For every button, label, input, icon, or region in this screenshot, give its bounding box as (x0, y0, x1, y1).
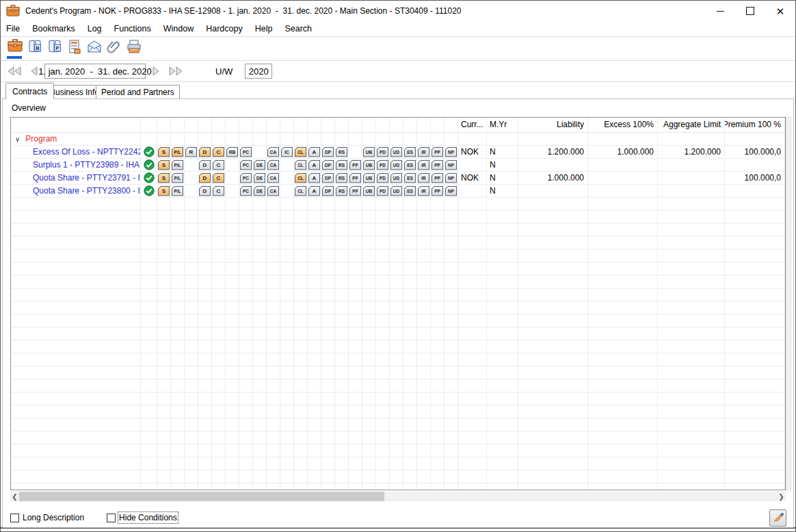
condition-badge-ca[interactable]: CA (267, 147, 279, 157)
condition-cell-de[interactable]: DE (253, 172, 267, 184)
condition-cell-ub[interactable]: UB (362, 185, 376, 197)
condition-badge-ic[interactable]: IC (281, 147, 293, 157)
scroll-right-arrow[interactable]: ❯ (777, 492, 786, 501)
condition-cell-ir[interactable]: IR (417, 172, 431, 184)
contract-row[interactable]: Surplus 1 - PTTY23989 - IHA SE-SP/LDCPCD… (11, 159, 785, 172)
condition-cell-d[interactable]: D (198, 172, 212, 184)
menu-file[interactable]: File (1, 24, 26, 34)
condition-cell-ud[interactable]: UD (390, 172, 403, 184)
contract-row[interactable]: Excess Of Loss - NPTTY22428ASP/LRDCRBPCC… (11, 146, 785, 159)
condition-badge-pl[interactable]: P/L (172, 173, 183, 183)
condition-cell-pp[interactable]: PP (431, 146, 445, 158)
condition-badge-c[interactable]: C (213, 160, 224, 170)
condition-cell-np[interactable]: NP (445, 172, 458, 184)
condition-cell-pp[interactable]: PP (431, 185, 445, 197)
menu-bookmarks[interactable]: Bookmarks (26, 24, 81, 34)
tab-period-and-partners[interactable]: Period and Partners (96, 85, 180, 98)
condition-cell-cl[interactable]: CL (294, 159, 308, 171)
condition-cell-rb[interactable] (226, 172, 239, 184)
condition-badge-pp[interactable]: PP (432, 173, 443, 183)
condition-cell-pf[interactable] (349, 146, 362, 158)
condition-cell-pc[interactable]: PC (239, 172, 253, 184)
bookmark-p-button[interactable]: P (45, 39, 64, 59)
condition-cell-ca[interactable]: CA (267, 159, 280, 171)
condition-cell-s[interactable]: S (157, 185, 171, 197)
condition-badge-ud[interactable]: UD (390, 160, 402, 170)
condition-badge-rb[interactable]: RB (226, 147, 238, 157)
contract-row[interactable]: Quota Share - PTTY23791 - IHASP/LDCPCDEC… (11, 172, 785, 185)
condition-badge-ir[interactable]: IR (418, 160, 429, 170)
condition-cell-ub[interactable]: UB (362, 172, 376, 184)
condition-cell-s[interactable]: S (157, 159, 171, 171)
condition-badge-pf[interactable]: PF (349, 160, 361, 170)
condition-cell-cl[interactable]: CL (294, 172, 308, 184)
condition-badge-pl[interactable]: P/L (172, 160, 183, 170)
condition-badge-pd[interactable]: PD (377, 160, 388, 170)
first-period-button[interactable] (5, 63, 24, 79)
condition-badge-pl[interactable]: P/L (172, 147, 183, 157)
condition-badge-ub[interactable]: UB (363, 173, 375, 183)
condition-cell-ir[interactable]: IR (417, 146, 431, 158)
condition-cell-es[interactable]: ES (403, 146, 417, 158)
last-period-button[interactable] (166, 63, 185, 79)
condition-cell-cl[interactable]: CL (294, 146, 308, 158)
condition-badge-pd[interactable]: PD (377, 173, 388, 183)
contract-name[interactable]: Surplus 1 - PTTY23989 - IHA SE- (11, 159, 141, 171)
condition-badge-rs[interactable]: RS (336, 147, 347, 157)
condition-badge-pl[interactable]: P/L (172, 186, 183, 196)
condition-cell-pd[interactable]: PD (376, 185, 390, 197)
condition-cell-np[interactable]: NP (445, 185, 458, 197)
condition-badge-np[interactable]: NP (445, 173, 457, 183)
condition-cell-rs[interactable]: RS (335, 159, 349, 171)
contract-name[interactable]: Quota Share - PTTY23800 - IHA (11, 185, 141, 197)
condition-badge-ud[interactable]: UD (390, 173, 402, 183)
condition-cell-pc[interactable]: PC (239, 146, 253, 158)
condition-cell-ic[interactable] (280, 159, 294, 171)
condition-cell-r[interactable]: R (185, 146, 198, 158)
condition-cell-ub[interactable]: UB (362, 146, 376, 158)
condition-cell-pc[interactable]: PC (239, 185, 253, 197)
condition-badge-ub[interactable]: UB (363, 186, 375, 196)
condition-cell-a[interactable]: A (308, 159, 321, 171)
condition-badge-ir[interactable]: IR (418, 147, 429, 157)
condition-badge-pc[interactable]: PC (240, 147, 252, 157)
menu-log[interactable]: Log (81, 24, 108, 34)
condition-badge-ca[interactable]: CA (267, 186, 279, 196)
menu-window[interactable]: Window (157, 24, 200, 34)
condition-cell-ca[interactable]: CA (267, 185, 280, 197)
condition-badge-a[interactable]: A (308, 173, 320, 183)
condition-badge-d[interactable]: D (199, 186, 211, 196)
condition-badge-ir[interactable]: IR (418, 186, 429, 196)
condition-badge-d[interactable]: D (199, 173, 211, 183)
condition-badge-ca[interactable]: CA (267, 160, 279, 170)
condition-cell-r[interactable] (185, 185, 198, 197)
condition-cell-s[interactable]: S (157, 146, 171, 158)
condition-cell-ub[interactable]: UB (362, 159, 376, 171)
condition-badge-pc[interactable]: PC (240, 160, 252, 170)
condition-cell-es[interactable]: ES (403, 159, 417, 171)
program-group-cell[interactable]: ∨Program (11, 133, 141, 145)
condition-badge-pp[interactable]: PP (432, 160, 443, 170)
condition-cell-np[interactable]: NP (445, 146, 458, 158)
condition-badge-np[interactable]: NP (445, 147, 457, 157)
condition-cell-a[interactable]: A (308, 146, 321, 158)
condition-badge-a[interactable]: A (308, 160, 320, 170)
condition-badge-dp[interactable]: DP (322, 147, 334, 157)
condition-cell-pd[interactable]: PD (376, 146, 390, 158)
condition-cell-a[interactable]: A (308, 185, 321, 197)
cedent-program-button[interactable] (5, 39, 25, 59)
condition-badge-de[interactable]: DE (254, 173, 265, 183)
menu-functions[interactable]: Functions (108, 24, 157, 34)
condition-cell-ca[interactable]: CA (267, 146, 280, 158)
scrollbar-thumb[interactable] (19, 492, 384, 501)
condition-badge-cl[interactable]: CL (295, 173, 306, 183)
condition-cell-s[interactable]: S (157, 172, 171, 184)
condition-cell-pc[interactable]: PC (239, 159, 253, 171)
condition-badge-c[interactable]: C (213, 186, 224, 196)
bookmark-b-button[interactable]: B (25, 39, 44, 59)
menu-help[interactable]: Help (249, 24, 279, 34)
condition-cell-c[interactable]: C (212, 185, 226, 197)
long-description-checkbox[interactable] (10, 514, 19, 522)
condition-cell-pd[interactable]: PD (376, 172, 390, 184)
condition-cell-dp[interactable]: DP (321, 185, 335, 197)
